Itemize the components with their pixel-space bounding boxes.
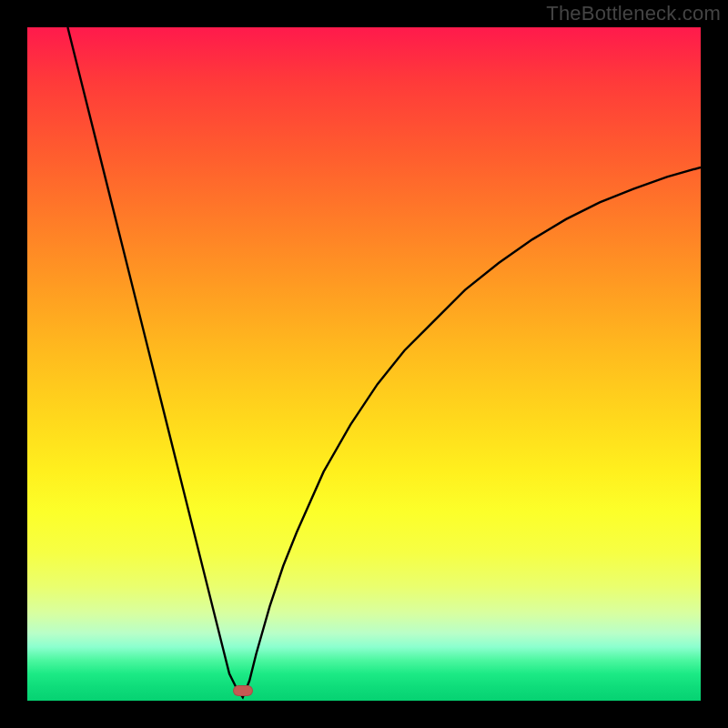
curve-svg — [27, 27, 701, 701]
watermark-text: TheBottleneck.com — [546, 2, 721, 25]
chart-frame: TheBottleneck.com — [0, 0, 728, 728]
bottleneck-curve — [67, 27, 701, 697]
marker-dot — [233, 685, 253, 696]
plot-area — [27, 27, 701, 701]
